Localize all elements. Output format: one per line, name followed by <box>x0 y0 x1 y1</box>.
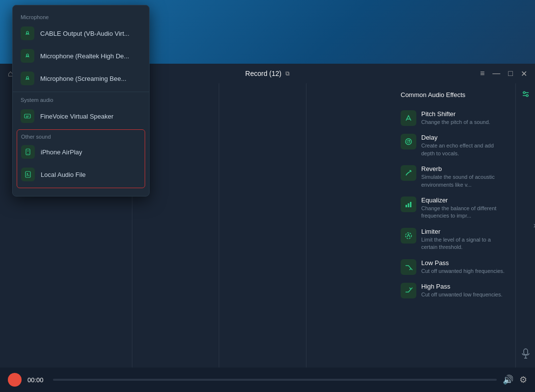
high-pass-desc: Cut off unwanted low frequencies. <box>421 291 508 298</box>
high-pass-title: High Pass <box>421 283 508 290</box>
menu-item-iphone-airplay[interactable]: iPhone AirPlay <box>17 141 145 163</box>
delay-icon <box>401 134 416 149</box>
microphone-screaming-label: Microphone (Screaming Bee... <box>40 75 127 82</box>
limiter-text: Limiter Limit the level of a signal to a… <box>421 228 508 251</box>
reverb-title: Reverb <box>421 165 508 172</box>
local-audio-file-icon <box>21 168 35 181</box>
menu-item-cable-output[interactable]: CABLE Output (VB-Audio Virt... <box>13 22 149 45</box>
center-panel-3: › <box>306 83 393 368</box>
svg-rect-11 <box>524 349 528 355</box>
low-pass-icon <box>401 259 416 275</box>
system-audio-section-label: System audio <box>13 94 149 105</box>
divider-1 <box>13 92 149 92</box>
cable-output-label: CABLE Output (VB-Audio Virt... <box>40 30 129 37</box>
menu-item-local-audio-file[interactable]: Local Audio File <box>17 163 145 186</box>
bottom-bar: 00:00 🔊 ⚙ <box>0 368 535 392</box>
center-panels: › <box>132 83 393 368</box>
high-pass-icon <box>401 283 416 298</box>
new-tab-icon[interactable]: ⧉ <box>285 70 290 77</box>
limiter-title: Limiter <box>421 228 508 235</box>
finevoice-icon <box>21 109 34 123</box>
effects-header: Common Audio Effects <box>401 91 508 98</box>
limiter-icon <box>401 228 416 244</box>
equalizer-icon <box>401 196 416 212</box>
record-button[interactable] <box>8 373 22 387</box>
time-display: 00:00 <box>27 376 47 384</box>
iphone-airplay-label: iPhone AirPlay <box>41 148 82 156</box>
cable-output-icon <box>21 26 34 40</box>
delay-desc: Create an echo effect and add depth to v… <box>421 142 508 157</box>
svg-point-22 <box>27 153 28 154</box>
pitch-shifter-desc: Change the pitch of a sound. <box>421 119 508 126</box>
volume-icon[interactable]: 🔊 <box>503 374 513 385</box>
window-controls: ≡ — □ ✕ <box>480 69 527 78</box>
finevoice-label: FineVoice Virtual Speaker <box>40 113 113 120</box>
effect-delay[interactable]: Delay Create an echo effect and add dept… <box>401 130 508 161</box>
reverb-icon <box>401 165 416 181</box>
equalizer-text: Equalizer Change the balance of differen… <box>421 196 508 220</box>
reverb-desc: Simulate the sound of acoustic environme… <box>421 173 508 189</box>
delay-title: Delay <box>421 134 508 141</box>
microphone-realtek-icon <box>21 49 34 63</box>
minimize-button[interactable]: — <box>492 69 500 78</box>
effect-pitch-shifter[interactable]: Pitch Shifter Change the pitch of a soun… <box>401 106 508 130</box>
low-pass-text: Low Pass Cut off unwanted high frequenci… <box>421 259 508 275</box>
pitch-shifter-title: Pitch Shifter <box>421 110 508 118</box>
menu-item-microphone-screaming[interactable]: Microphone (Screaming Bee... <box>13 67 149 90</box>
low-pass-title: Low Pass <box>421 259 508 267</box>
audio-effects-toggle-icon[interactable] <box>521 89 531 101</box>
pitch-shifter-icon <box>401 110 416 126</box>
progress-bar[interactable] <box>53 379 497 381</box>
limiter-desc: Limit the level of a signal to a certain… <box>421 236 508 251</box>
effect-low-pass[interactable]: Low Pass Cut off unwanted high frequenci… <box>401 255 508 279</box>
effects-panel: Common Audio Effects Pitch Shifter Chang… <box>393 83 515 368</box>
svg-point-10 <box>526 95 528 97</box>
effect-equalizer[interactable]: Equalizer Change the balance of differen… <box>401 193 508 224</box>
menu-button[interactable]: ≡ <box>480 69 484 78</box>
svg-rect-4 <box>408 203 409 207</box>
dropdown-menu: Microphone CABLE Output (VB-Audio Virt..… <box>12 5 150 196</box>
high-pass-text: High Pass Cut off unwanted low frequenci… <box>421 283 508 298</box>
microphone-section-label: Microphone <box>13 11 149 22</box>
settings-icon[interactable]: ⚙ <box>519 374 527 385</box>
delay-text: Delay Create an echo effect and add dept… <box>421 134 508 157</box>
effect-limiter[interactable]: Limiter Limit the level of a signal to a… <box>401 224 508 255</box>
reverb-text: Reverb Simulate the sound of acoustic en… <box>421 165 508 189</box>
equalizer-desc: Change the balance of different frequenc… <box>421 205 508 220</box>
low-pass-desc: Cut off unwanted high frequencies. <box>421 268 508 275</box>
microphone-strip-icon[interactable] <box>521 348 530 362</box>
other-sound-section-label: Other sound <box>17 132 145 141</box>
pitch-shifter-text: Pitch Shifter Change the pitch of a soun… <box>421 110 508 126</box>
svg-rect-3 <box>406 205 407 207</box>
svg-rect-5 <box>410 202 411 207</box>
window-title: Record (12) ⧉ <box>245 70 290 77</box>
close-button[interactable]: ✕ <box>521 69 527 78</box>
iphone-airplay-icon <box>21 145 35 159</box>
bottom-icons: 🔊 ⚙ <box>503 374 527 385</box>
center-panel-2 <box>219 83 306 368</box>
microphone-realtek-label: Microphone (Realtek High De... <box>40 52 129 60</box>
menu-item-microphone-realtek[interactable]: Microphone (Realtek High De... <box>13 45 149 67</box>
right-strip <box>515 83 535 368</box>
local-audio-file-label: Local Audio File <box>41 171 86 178</box>
effect-reverb[interactable]: Reverb Simulate the sound of acoustic en… <box>401 161 508 193</box>
svg-point-9 <box>523 92 525 94</box>
other-sound-section: Other sound iPhone AirPlay Local Audio F… <box>17 129 145 188</box>
microphone-screaming-icon <box>21 72 34 85</box>
menu-item-finevoice[interactable]: FineVoice Virtual Speaker <box>13 105 149 127</box>
maximize-button[interactable]: □ <box>508 69 513 78</box>
title-text: Record (12) <box>245 70 281 77</box>
equalizer-title: Equalizer <box>421 196 508 204</box>
effect-high-pass[interactable]: High Pass Cut off unwanted low frequenci… <box>401 279 508 302</box>
